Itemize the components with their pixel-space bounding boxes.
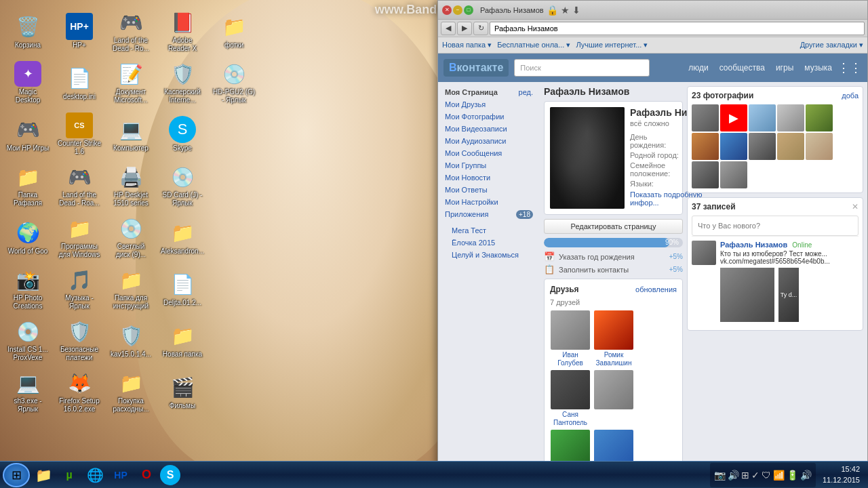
photo-face-1[interactable] (777, 133, 804, 160)
friends-update-link[interactable]: обновления (635, 285, 677, 293)
tray-icon-battery[interactable]: 🔋 (787, 470, 798, 481)
tray-icon-3[interactable]: ⊞ (741, 470, 749, 481)
friend-sanya[interactable]: Саня Пантопель (550, 370, 591, 427)
icon-fotki[interactable]: 📁 фотки (210, 7, 258, 56)
icon-kompyuter[interactable]: 💻 Компьютер (106, 110, 155, 159)
photo-thumb[interactable] (720, 133, 747, 160)
taskbar-skype[interactable]: S (160, 465, 180, 485)
download-icon[interactable]: ⬇ (572, 5, 580, 16)
icon-skype[interactable]: S Skype (158, 110, 207, 159)
photo-thumb[interactable] (749, 133, 776, 160)
taskbar-explorer[interactable]: 📁 (31, 464, 56, 487)
profile-photo[interactable] (550, 107, 625, 209)
friend-ivan[interactable]: Иван Голубев (550, 310, 591, 367)
back-button[interactable]: ◀ (441, 22, 456, 35)
photo-face-3[interactable] (692, 161, 719, 188)
posts-close[interactable]: ✕ (852, 202, 859, 211)
icon-firefox[interactable]: 🦊 Firefox Setup 16.0.2.exe (55, 367, 104, 416)
refresh-button[interactable]: ↻ (473, 22, 488, 35)
icon-desktop-ini[interactable]: 📄 desktop.ini (55, 58, 104, 107)
nav-communities[interactable]: сообщества (719, 63, 765, 73)
photo-thumb[interactable] (749, 104, 776, 131)
icon-hp-photo[interactable]: 📸 HP Photo Creations (3, 264, 52, 313)
more-bookmarks[interactable]: Другие закладки ▾ (800, 41, 863, 49)
taskbar-utorrent[interactable]: µ (57, 464, 81, 487)
tray-icon-2[interactable]: 🔊 (728, 470, 739, 481)
photo-thumb[interactable] (692, 104, 719, 131)
address-bar[interactable]: Рафаэль Низамов (490, 22, 865, 35)
post-author[interactable]: Рафаэль Низамов (720, 241, 787, 249)
action-birthday[interactable]: 📅 Указать год рождения +5% (544, 250, 683, 263)
bookmark-new-folder[interactable]: Новая папка ▾ (442, 41, 492, 49)
photo-face-2[interactable] (806, 133, 833, 160)
my-videos-link[interactable]: Мои Видеозаписи (438, 123, 540, 135)
star-icon[interactable]: ★ (561, 5, 570, 16)
my-messages-link[interactable]: Мои Сообщения (438, 147, 540, 159)
icon-deljta[interactable]: 📄 Deljta.01.2... (158, 264, 207, 313)
photo-thumb-yt[interactable]: ▶ (720, 104, 747, 131)
post-image-2[interactable]: Ty d... (778, 268, 799, 322)
icon-moi-hp-igry[interactable]: 🎮 Мои HP Игры (3, 110, 52, 159)
photo-thumb[interactable] (806, 104, 833, 131)
icon-safe-pay[interactable]: 🛡️ Безопасные платежи (55, 316, 104, 365)
icon-land-dead1[interactable]: 🎮 Land of the Dead - Ro... (106, 7, 155, 56)
bookmark-best-internet[interactable]: Лучшие интернет... ▾ (576, 41, 648, 49)
forward-button[interactable]: ▶ (457, 22, 472, 35)
close-button[interactable]: ✕ (442, 5, 452, 15)
bookmark-free-online[interactable]: Бесплатные онла... ▾ (497, 41, 570, 49)
icon-dokument[interactable]: 📝 Документ Microsoft... (106, 58, 155, 107)
vk-search-bar[interactable]: Поиск (514, 59, 650, 77)
icon-instructions[interactable]: 📁 Папка для инструкций (106, 264, 155, 313)
icon-muzyka[interactable]: 🎵 Музыка - Ярлык (55, 264, 104, 313)
icon-programmy[interactable]: 📁 Программы для Windows (55, 213, 104, 262)
icon-sd-card[interactable]: 💿 SD Card (J) - Ярлык (158, 161, 207, 210)
icon-pokupka[interactable]: 📁 Покупка расходны... (106, 367, 155, 416)
icon-novaya-papka[interactable]: 📁 Новая папка (158, 316, 207, 365)
icon-papka-rafael[interactable]: 📁 Папка Рафаэля (3, 161, 52, 210)
action-contacts[interactable]: 📋 Заполнить контакты +5% (544, 263, 683, 276)
icon-kaspersky[interactable]: 🛡️ Касперский Interne... (158, 58, 207, 107)
post-avatar[interactable] (692, 241, 716, 265)
icon-world-of-goo[interactable]: 🌍 World of Goo (3, 213, 52, 262)
icon-hp-plus[interactable]: HP+ HP+ (55, 7, 104, 56)
nav-people[interactable]: люди (688, 63, 708, 73)
edit-link[interactable]: ред. (519, 88, 533, 96)
taskbar-ie[interactable]: 🌐 (83, 464, 107, 487)
nav-games[interactable]: игры (776, 63, 793, 73)
my-audio-link[interactable]: Мои Аудиозаписи (438, 135, 540, 147)
my-settings-link[interactable]: Мои Настройки (438, 196, 540, 208)
my-photos-link[interactable]: Мои Фотографии (438, 110, 540, 123)
icon-counter-strike[interactable]: CS Counter Strike 1.6 (55, 110, 104, 159)
photo-thumb[interactable] (777, 104, 804, 131)
icon-hp-deskjet[interactable]: 🖨️ HP Deskjet 1510 series (106, 161, 155, 210)
vk-logo[interactable]: Вконтакте (443, 59, 509, 77)
my-news-link[interactable]: Мои Новости (438, 171, 540, 184)
icon-hd-pgu2[interactable]: 💿 HD-PGU2 (G) - Ярлык (210, 58, 258, 107)
icon-adobe[interactable]: 📕 Adobe Reader X (158, 7, 207, 56)
tray-icon-4[interactable]: ✓ (751, 470, 760, 481)
elochka-link[interactable]: Ёлочка 2015 (445, 237, 533, 249)
minimize-button[interactable]: − (453, 5, 462, 15)
icon-svetliy-disk[interactable]: 💿 Светлый диск (9)... (106, 213, 155, 262)
tray-icon-1[interactable]: 📷 (714, 470, 726, 481)
icon-magic-desktop[interactable]: ✦ Magic Desktop (3, 58, 52, 107)
apps-link[interactable]: Приложения +18 (438, 208, 540, 220)
nav-music[interactable]: музыка (804, 63, 832, 73)
maximize-button[interactable]: □ (464, 5, 473, 15)
friend-romik[interactable]: Ромик Завалишин (593, 310, 634, 367)
icon-recycle-bin[interactable]: 🗑️ Корзина (3, 7, 52, 56)
taskbar-hp[interactable]: HP (108, 464, 133, 487)
icon-install-cs[interactable]: 💿 Install CS 1... ProxVexe (3, 316, 52, 365)
icon-sh3[interactable]: 💻 sh3.exe - Ярлык (3, 367, 52, 416)
tseluy-link[interactable]: Целуй и Знакомься (445, 249, 533, 261)
menu-burger[interactable]: ⋮⋮ (837, 60, 862, 75)
mega-test-link[interactable]: Мега Тест (445, 224, 533, 237)
edit-page-button[interactable]: Редактировать страницу (544, 219, 683, 234)
tray-icon-volume[interactable]: 🔊 (800, 470, 812, 481)
post-image-1[interactable] (720, 268, 774, 322)
icon-land-dead2[interactable]: 🎮 Land of the Dead - Roa... (55, 161, 104, 210)
tray-icon-5[interactable]: 🛡 (762, 470, 771, 481)
new-post-input[interactable] (692, 216, 859, 236)
tray-icon-network[interactable]: 📶 (773, 470, 785, 481)
taskbar-opera[interactable]: O (134, 464, 159, 487)
